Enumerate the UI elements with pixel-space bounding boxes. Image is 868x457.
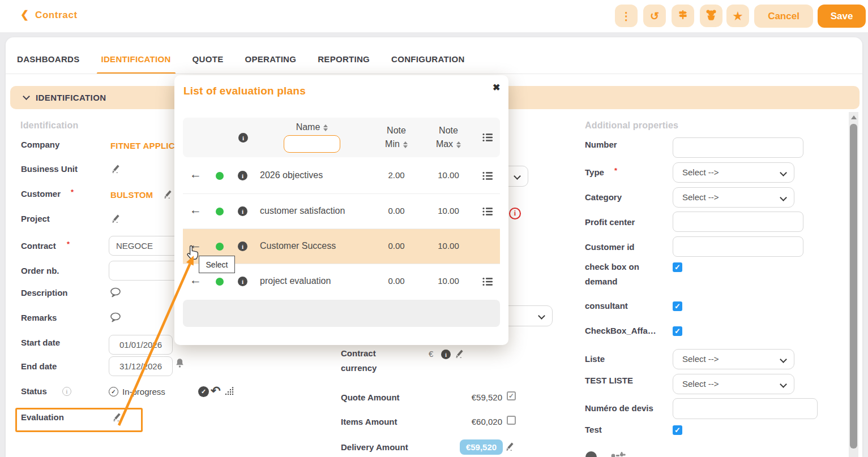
- tab-reporting[interactable]: REPORTING: [318, 54, 370, 65]
- history-icon: ↺: [650, 10, 659, 23]
- clipped-gear-icon: [610, 450, 626, 457]
- history-button[interactable]: ↺: [643, 5, 666, 27]
- dot-chart-icon[interactable]: [225, 387, 234, 398]
- number-input[interactable]: [673, 137, 803, 158]
- sort-icon[interactable]: [323, 124, 328, 131]
- sort-icon[interactable]: [456, 141, 461, 148]
- select-row-arrow-icon[interactable]: ←: [190, 274, 202, 286]
- consultant-checkbox[interactable]: ✓: [673, 301, 682, 311]
- note-min-header-line1: Note: [377, 126, 416, 136]
- start-date-input[interactable]: [109, 335, 173, 355]
- bell-icon[interactable]: [176, 358, 184, 370]
- end-date-label: End date: [21, 361, 57, 371]
- tab-operating[interactable]: OPERATING: [245, 54, 296, 65]
- signpost-icon: [677, 9, 689, 23]
- checkbox-affa-label: CheckBox_Affa…: [585, 326, 656, 335]
- list-columns-icon[interactable]: [482, 207, 493, 218]
- check-box-on-demand-label-line1: check box on: [585, 262, 639, 271]
- signpost-button[interactable]: [672, 5, 694, 27]
- scrollbar-thumb[interactable]: [850, 124, 857, 449]
- quote-amount-value: €59,520: [447, 393, 502, 402]
- note-min-header-line2[interactable]: Min: [377, 139, 416, 149]
- tab-dashboards[interactable]: DASHBOARDS: [17, 54, 80, 65]
- table-row[interactable]: ← i 2026 objectives 2.00 10.00: [183, 158, 500, 193]
- collapse-chevron-icon: [23, 93, 30, 100]
- scrollbar-up-arrow[interactable]: [851, 115, 857, 119]
- row-info-icon[interactable]: i: [238, 242, 247, 251]
- comment-bubble-icon[interactable]: [110, 312, 121, 325]
- name-column-header[interactable]: Name: [283, 122, 341, 132]
- test-liste-select[interactable]: Select -->: [673, 374, 794, 394]
- quote-amount-checkbox[interactable]: ✓: [507, 391, 516, 400]
- note-max-value: 10.00: [429, 241, 468, 251]
- list-columns-icon[interactable]: [482, 133, 493, 144]
- page-title[interactable]: Contract: [35, 10, 78, 21]
- top-bar: ❮ Contract ⋮ ↺ ★ Cancel Save: [0, 0, 868, 32]
- plan-name: Customer Success: [260, 241, 336, 251]
- business-unit-label: Business Unit: [21, 164, 78, 174]
- list-columns-icon[interactable]: [482, 171, 493, 183]
- customer-label: Customer: [21, 189, 61, 199]
- liste-select[interactable]: Select -->: [673, 349, 794, 369]
- company-value[interactable]: FITNET APPLIC: [110, 141, 175, 150]
- checkbox-affa-checkbox[interactable]: ✓: [673, 326, 682, 336]
- category-select[interactable]: Select -->: [673, 187, 794, 208]
- close-icon[interactable]: ✖: [493, 82, 500, 93]
- edit-pencil-icon[interactable]: [111, 213, 121, 225]
- items-amount-checkbox[interactable]: [507, 416, 516, 425]
- cancel-button[interactable]: Cancel: [754, 5, 813, 28]
- plan-name: 2026 objectives: [260, 170, 323, 180]
- tab-divider: [6, 74, 862, 74]
- consultant-label: consultant: [585, 301, 628, 311]
- validate-status-icon[interactable]: ✓: [198, 386, 209, 397]
- note-min-value: 0.00: [377, 276, 416, 286]
- table-row[interactable]: ← i customer satisfaction 0.00 10.00: [183, 193, 500, 229]
- test-checkbox[interactable]: ✓: [673, 425, 682, 435]
- items-amount-label: Items Amount: [341, 417, 397, 426]
- end-date-input[interactable]: [109, 356, 173, 376]
- delivery-amount-badge: €59,520: [460, 439, 503, 455]
- comment-bubble-icon[interactable]: [110, 287, 121, 300]
- currency-info-icon[interactable]: i: [441, 350, 451, 359]
- note-max-header-line2[interactable]: Max: [429, 139, 468, 149]
- edit-pencil-icon[interactable]: [163, 189, 173, 201]
- name-header-text: Name: [296, 122, 320, 132]
- note-max-value: 10.00: [429, 276, 468, 286]
- tab-identification[interactable]: IDENTIFICATION: [101, 54, 171, 65]
- select-row-arrow-icon[interactable]: ←: [190, 204, 202, 215]
- test-liste-label: TEST LISTE: [585, 376, 633, 385]
- select-row-arrow-icon[interactable]: ←: [190, 168, 202, 180]
- back-icon[interactable]: ❮: [20, 8, 29, 21]
- evaluation-plans-modal: List of evaluation plans ✖ i Name Note M…: [174, 75, 508, 345]
- customer-value[interactable]: BULSTOM: [110, 190, 153, 200]
- type-select[interactable]: Select -->: [673, 162, 794, 183]
- tab-quote[interactable]: QUOTE: [193, 54, 224, 65]
- row-info-icon[interactable]: i: [238, 171, 247, 180]
- edit-pencil-icon[interactable]: [505, 441, 515, 453]
- status-info-icon[interactable]: i: [62, 387, 71, 396]
- kebab-menu-button[interactable]: ⋮: [615, 5, 638, 27]
- profit-center-input[interactable]: [673, 212, 803, 232]
- customer-id-input[interactable]: [673, 236, 803, 257]
- check-box-on-demand-checkbox[interactable]: ✓: [673, 262, 682, 272]
- bug-button[interactable]: [700, 5, 722, 27]
- numero-de-devis-input[interactable]: [673, 398, 818, 419]
- favorite-button[interactable]: ★: [726, 5, 749, 27]
- project-label: Project: [21, 214, 50, 223]
- tab-configuration[interactable]: CONFIGURATION: [391, 54, 464, 65]
- list-columns-icon[interactable]: [482, 277, 493, 288]
- star-icon: ★: [733, 10, 742, 23]
- name-filter-input[interactable]: [284, 135, 340, 153]
- edit-pencil-icon[interactable]: [111, 163, 121, 175]
- category-select-value: Select -->: [682, 192, 719, 202]
- save-button[interactable]: Save: [818, 5, 866, 28]
- row-info-icon[interactable]: i: [238, 277, 247, 286]
- edit-pencil-icon[interactable]: [455, 348, 464, 360]
- chevron-down-icon: [780, 381, 787, 388]
- profit-center-label: Profit center: [585, 217, 635, 227]
- sort-icon[interactable]: [403, 141, 408, 148]
- row-info-icon[interactable]: i: [238, 206, 247, 216]
- alert-info-icon[interactable]: i: [509, 208, 521, 219]
- undo-icon[interactable]: ↶: [211, 385, 221, 396]
- contract-currency-label-line2: currency: [341, 363, 377, 373]
